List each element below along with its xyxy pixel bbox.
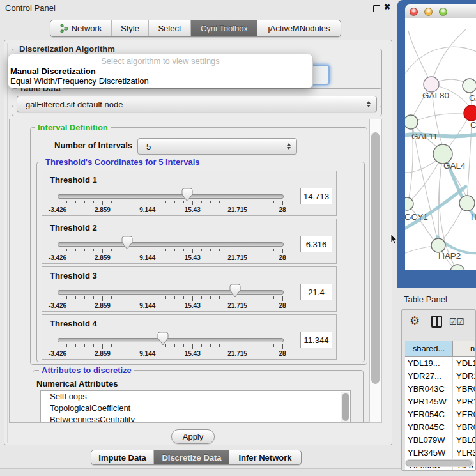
attribute-list-item[interactable]: TopologicalCoefficient — [41, 403, 350, 414]
network-canvas[interactable]: GAL80GACGAL11GAL4GCY1HHAP2 — [405, 18, 476, 270]
tick-mark — [256, 201, 256, 203]
tick-mark — [256, 344, 256, 347]
tick-mark — [139, 201, 139, 203]
table-cell[interactable]: YBR0 — [453, 382, 476, 395]
threshold-value-field[interactable]: 21.4 — [300, 284, 332, 300]
close-icon[interactable]: ✖ — [384, 3, 390, 12]
slider-track[interactable] — [58, 242, 284, 247]
network-node[interactable] — [463, 79, 476, 93]
column-header-shared-name[interactable]: shared... — [405, 341, 453, 356]
table-cell[interactable]: YDR27... — [405, 369, 453, 382]
table-cell[interactable]: YBL0 — [453, 433, 476, 446]
table-cell[interactable]: YER0 — [453, 408, 476, 420]
tab-style[interactable]: Style — [112, 20, 149, 36]
table-horizontal-scrollbar[interactable] — [405, 459, 474, 467]
tick-label: 9.144 — [139, 302, 155, 309]
settings-gear-icon[interactable]: ⚙ — [410, 315, 420, 326]
network-node[interactable] — [405, 115, 418, 129]
algorithm-option-manual[interactable]: Manual Discretization — [10, 66, 96, 76]
attribute-list-item[interactable]: BetweennessCentrality — [41, 414, 350, 423]
tab-cyni-toolbox[interactable]: Cyni Toolbox — [191, 20, 257, 36]
slider-thumb[interactable] — [181, 188, 193, 202]
tick-label: 9.144 — [139, 206, 155, 213]
slider-thumb[interactable] — [121, 236, 133, 250]
network-node[interactable] — [424, 77, 439, 92]
tick-mark — [210, 249, 211, 251]
table-cell[interactable]: YDL19... — [405, 357, 453, 369]
discretization-algorithm-group-title: Discretization Algorithm — [17, 44, 118, 54]
float-window-icon[interactable] — [373, 5, 380, 12]
tab-discretize-data[interactable]: Discretize Data — [154, 450, 229, 464]
table-cell[interactable]: YLR3 — [453, 446, 476, 459]
attribute-list-item[interactable]: SelfLoops — [41, 391, 350, 403]
tick-mark — [130, 201, 130, 203]
tick-mark — [157, 201, 157, 203]
tick-mark — [75, 249, 76, 251]
tick-mark — [201, 201, 202, 203]
tick-mark — [229, 344, 229, 347]
tab-jactivemnodules[interactable]: jActiveMNodules — [257, 20, 341, 36]
zoom-traffic-light[interactable] — [439, 8, 447, 16]
table-cell[interactable]: YBR045C — [405, 420, 453, 433]
close-traffic-light[interactable] — [410, 8, 418, 16]
attributes-list-scrollbar[interactable] — [341, 392, 349, 423]
table-cell[interactable]: YDR2 — [453, 369, 476, 382]
table-row: YPR145WYPR1 — [405, 395, 476, 408]
tick-mark — [192, 296, 193, 301]
apply-button[interactable]: Apply — [171, 429, 215, 444]
table-cell[interactable]: YPR1 — [453, 395, 476, 408]
tick-label: 28 — [279, 254, 286, 261]
scrollbar-thumb[interactable] — [406, 460, 472, 466]
table-cell[interactable]: YDL1 — [453, 357, 476, 369]
tab-impute-data[interactable]: Impute Data — [91, 450, 154, 464]
settings-vertical-scrollbar[interactable] — [369, 119, 382, 423]
tab-select[interactable]: Select — [149, 20, 191, 36]
algorithm-placeholder-option[interactable]: Select algorithm to view settings — [8, 56, 312, 66]
slider-track[interactable] — [58, 338, 284, 342]
network-node[interactable] — [431, 238, 445, 252]
node-label: H — [471, 212, 476, 222]
slider-thumb[interactable] — [157, 332, 169, 346]
network-window-titlebar[interactable] — [405, 4, 476, 19]
scrollbar-thumb[interactable] — [371, 132, 380, 384]
table-cell[interactable]: YLR345W — [405, 446, 453, 459]
table-cell[interactable]: YPR145W — [405, 395, 453, 408]
threshold-value-field[interactable]: 14.713 — [300, 188, 332, 204]
tick-label: 15.43 — [185, 350, 201, 357]
tick-mark — [273, 201, 274, 203]
slider-thumb[interactable] — [229, 284, 241, 298]
tick-mark — [174, 201, 175, 203]
tick-mark — [183, 249, 184, 251]
tick-mark — [192, 249, 193, 253]
combo-spinner-icon — [367, 101, 371, 107]
tick-mark — [75, 201, 76, 203]
column-header-name[interactable]: na — [453, 341, 476, 356]
split-columns-icon[interactable] — [431, 316, 442, 328]
tab-network[interactable]: Network — [50, 20, 112, 36]
threshold-value-field[interactable]: 6.316 — [300, 236, 332, 252]
threshold-value-field[interactable]: 11.344 — [300, 332, 332, 348]
table-cell[interactable]: YBR043C — [405, 382, 453, 395]
table-cell[interactable]: YER054C — [405, 408, 453, 420]
numerical-attributes-heading: Numerical Attributes — [36, 379, 118, 388]
network-node[interactable] — [464, 105, 476, 121]
tick-mark — [66, 201, 67, 203]
network-node[interactable] — [450, 265, 464, 270]
network-node[interactable] — [459, 196, 475, 211]
table-cell[interactable]: YBL079W — [405, 433, 453, 446]
tab-infer-network[interactable]: Infer Network — [229, 450, 301, 464]
number-of-intervals-combo[interactable]: 5 — [137, 138, 297, 155]
checkbox-columns-icon[interactable]: ☑☑ — [449, 317, 464, 326]
slider-track[interactable] — [58, 194, 284, 199]
minimize-traffic-light[interactable] — [424, 8, 433, 16]
node-label: C — [470, 120, 476, 130]
tick-mark — [265, 296, 265, 299]
slider-track[interactable] — [58, 290, 284, 295]
table-data-combo[interactable]: galFiltered.sif default node — [17, 96, 377, 112]
algorithm-option-equal-width[interactable]: Equal Width/Frequency Discretization — [10, 76, 149, 86]
tab-label: Style — [121, 24, 139, 33]
tick-mark — [157, 249, 157, 251]
network-node[interactable] — [405, 197, 413, 210]
table-panel: ⚙ ☑☑ shared... na YDL19...YDL1YDR27...YD… — [401, 309, 476, 471]
table-cell[interactable]: YBR0 — [453, 420, 476, 433]
